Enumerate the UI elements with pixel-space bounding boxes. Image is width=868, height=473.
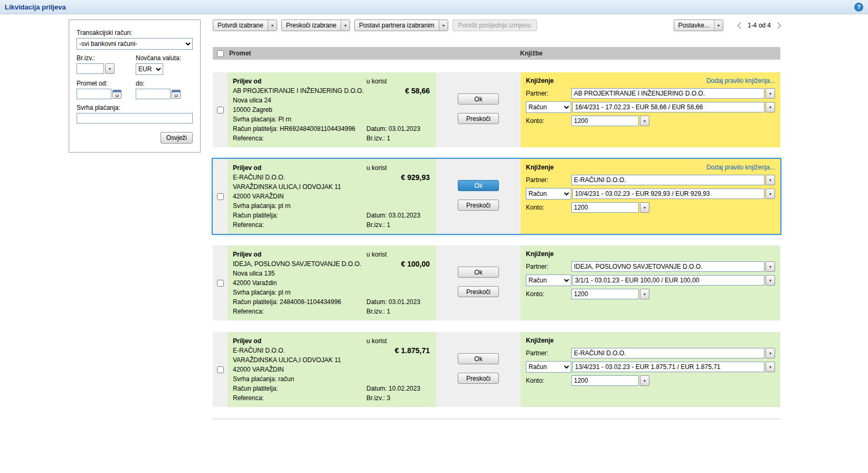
prev-page-icon[interactable] <box>737 22 744 29</box>
ok-button[interactable]: Ok <box>458 267 499 278</box>
racun-type-select[interactable]: Račun <box>526 275 571 286</box>
racun-dropdown-button[interactable]: ▼ <box>766 275 775 286</box>
partner-input[interactable] <box>571 88 765 99</box>
knjizenje-panel: Knjiženje Partner: ▼ Račun ▼ <box>521 245 780 320</box>
amount: € 929,93 <box>366 173 430 182</box>
chevron-down-icon: ▼ <box>769 279 772 282</box>
partner-dropdown-button[interactable]: ▼ <box>766 175 775 185</box>
partner-dropdown-button[interactable]: ▼ <box>766 348 775 358</box>
chevron-down-icon[interactable]: ▼ <box>439 20 448 31</box>
currency-select[interactable]: EUR <box>136 63 163 75</box>
preskoci-button[interactable]: Preskoči <box>458 200 499 211</box>
settings-button[interactable]: Postavke... ▼ <box>674 20 723 31</box>
checkbox-cell <box>213 72 228 147</box>
ok-button[interactable]: Ok <box>458 93 499 105</box>
chevron-down-icon: ▼ <box>769 192 772 196</box>
racun-type-select[interactable]: Račun <box>526 188 571 200</box>
preskoci-button[interactable]: Preskoči <box>458 286 499 297</box>
konto-input[interactable] <box>571 202 639 213</box>
amount: € 58,66 <box>366 86 430 96</box>
svrha-input[interactable] <box>77 113 193 124</box>
referenca-line: Referenca: <box>233 220 366 230</box>
set-partner-selected-button[interactable]: Postavi partnera izabranim ▼ <box>354 20 448 31</box>
chevron-down-icon[interactable]: ▼ <box>341 20 350 31</box>
promet-od-label: Promet od: <box>77 80 136 87</box>
account-select[interactable]: -svi bankovni računi- <box>77 38 193 50</box>
chevron-down-icon: ▼ <box>108 67 112 71</box>
promet-do-input[interactable] <box>136 89 171 99</box>
racun-dropdown-button[interactable]: ▼ <box>766 362 775 372</box>
racun-dropdown-button[interactable]: ▼ <box>766 188 775 199</box>
calendar-icon[interactable]: 12 <box>112 90 121 99</box>
chevron-down-icon[interactable]: ▼ <box>268 20 277 31</box>
partner-input[interactable] <box>571 348 765 358</box>
chevron-down-icon: ▼ <box>643 292 647 296</box>
ok-button[interactable]: Ok <box>458 180 499 191</box>
chevron-down-icon: ▼ <box>643 206 647 210</box>
racun-input[interactable] <box>572 188 765 199</box>
racun-dropdown-button[interactable]: ▼ <box>766 102 775 112</box>
racun-input[interactable] <box>572 275 765 286</box>
row-checkbox[interactable] <box>217 280 224 287</box>
brizv-line: Br.izv.: 3 <box>366 393 430 403</box>
promet-od-input[interactable] <box>77 89 111 99</box>
brizv-label: Br.izv.: <box>77 54 136 62</box>
konto-input[interactable] <box>571 116 639 126</box>
brizv-dropdown-button[interactable]: ▼ <box>105 63 115 74</box>
partner-label: Partner: <box>526 263 571 270</box>
preskoci-button[interactable]: Preskoči <box>458 373 499 384</box>
konto-input[interactable] <box>571 289 639 299</box>
calendar-icon[interactable]: 12 <box>172 90 181 99</box>
preskoci-button[interactable]: Preskoči <box>458 113 499 124</box>
table-header: Promet Knjižbe <box>213 47 780 60</box>
u-korist-label: u korist <box>366 250 430 259</box>
add-rule-link[interactable]: Dodaj pravilo knjiženja... <box>706 164 775 171</box>
chevron-down-icon: ▼ <box>769 92 772 96</box>
konto-input[interactable] <box>571 375 639 386</box>
checkbox-cell <box>213 332 228 407</box>
refresh-button[interactable]: Osvježi <box>161 132 193 144</box>
row-checkbox[interactable] <box>217 193 224 200</box>
konto-dropdown-button[interactable]: ▼ <box>640 289 649 299</box>
racun-input[interactable] <box>572 102 765 112</box>
racun-type-select[interactable]: Račun <box>526 101 571 113</box>
column-header-promet: Promet <box>228 50 520 57</box>
confirm-selected-button[interactable]: Potvrdi izabrane ▼ <box>213 20 277 31</box>
ok-button[interactable]: Ok <box>458 353 499 364</box>
priljev-od-label: Priljev od <box>233 250 366 259</box>
partner-label: Partner: <box>526 176 571 184</box>
promet-panel: Priljev od E-RAČUNI D.O.O. VARAŽDINSKA U… <box>228 159 436 234</box>
priljev-od-label: Priljev od <box>233 77 366 86</box>
u-korist-label: u korist <box>366 77 430 86</box>
konto-dropdown-button[interactable]: ▼ <box>640 202 649 213</box>
payer-name: E-RAČUNI D.O.O. <box>233 173 366 182</box>
racun-type-select[interactable]: Račun <box>526 361 571 373</box>
chevron-down-icon[interactable]: ▼ <box>714 20 723 31</box>
payer-address: 42000 VARAŽDIN <box>233 365 366 374</box>
add-rule-link[interactable]: Dodaj pravilo knjiženja... <box>706 77 775 84</box>
checkbox-cell <box>213 245 228 320</box>
actions-cell: Ok Preskoči <box>436 159 521 234</box>
next-page-icon[interactable] <box>775 22 781 29</box>
partner-input[interactable] <box>571 175 765 185</box>
partner-label: Partner: <box>526 90 571 97</box>
knjizenje-panel: Knjiženje Dodaj pravilo knjiženja... Par… <box>521 159 780 234</box>
konto-dropdown-button[interactable]: ▼ <box>640 375 649 386</box>
row-checkbox[interactable] <box>217 366 224 373</box>
partner-input[interactable] <box>571 261 765 272</box>
select-all-checkbox[interactable] <box>217 50 224 57</box>
skip-selected-button[interactable]: Preskoči izabrane ▼ <box>281 20 350 31</box>
help-icon[interactable]: ? <box>854 3 863 12</box>
partner-dropdown-button[interactable]: ▼ <box>766 88 775 99</box>
currency-label: Novčana valuta: <box>136 54 193 62</box>
racun-input[interactable] <box>572 362 765 372</box>
row-checkbox[interactable] <box>217 107 224 113</box>
payer-address: 42000 VARAŽDIN <box>233 192 366 201</box>
referenca-line: Referenca: <box>233 307 366 316</box>
amount: € 100,00 <box>366 259 430 269</box>
konto-dropdown-button[interactable]: ▼ <box>640 116 649 126</box>
chevron-down-icon: ▼ <box>769 178 772 182</box>
chevron-down-icon: ▼ <box>643 119 647 123</box>
brizv-input[interactable] <box>77 63 104 74</box>
partner-dropdown-button[interactable]: ▼ <box>766 261 775 272</box>
